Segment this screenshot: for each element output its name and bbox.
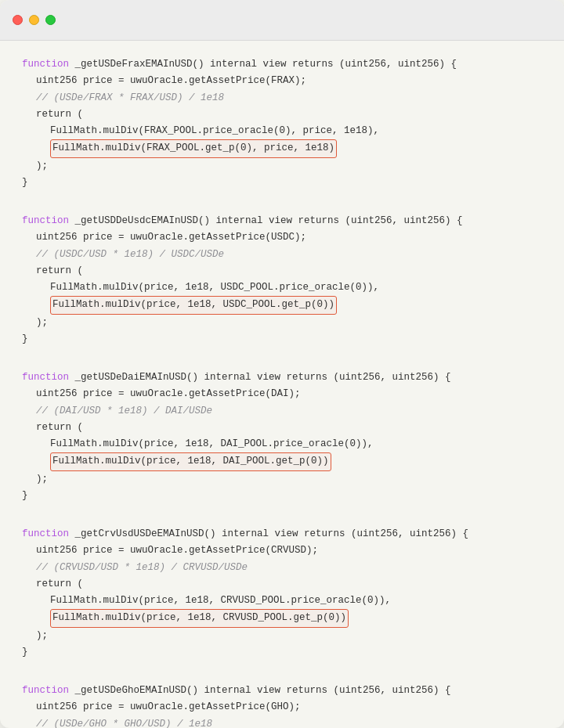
code-block-usdc: function _getUSDDeUsdcEMAInUSD() interna…	[22, 213, 542, 348]
line: uint256 price = uwuOracle.getAssetPrice(…	[22, 699, 542, 715]
line: // (CRVUSD/USD * 1e18) / CRVUSD/USDe	[22, 560, 542, 576]
line: );	[22, 315, 542, 331]
line: FullMath.mulDiv(price, 1e18, CRVUSD_POOL…	[22, 593, 542, 609]
code-block-crvusd: function _getCrvUsdUSDeEMAInUSD() intern…	[22, 526, 542, 661]
line: );	[22, 471, 542, 488]
line: function _getUSDeGhoEMAInUSD() internal …	[22, 683, 542, 699]
line: FullMath.mulDiv(price, 1e18, USDC_POOL.p…	[22, 279, 542, 296]
line: }	[22, 331, 542, 348]
highlighted-line-crvusd: FullMath.mulDiv(price, 1e18, CRVUSD_POOL…	[22, 609, 542, 627]
line: // (DAI/USD * 1e18) / DAI/USDe	[22, 403, 542, 420]
highlighted-line-usdc: FullMath.mulDiv(price, 1e18, USDC_POOL.g…	[22, 296, 542, 314]
line: function _getUSDeDaiEMAInUSD() internal …	[22, 369, 542, 386]
line: }	[22, 175, 542, 191]
highlighted-line-dai: FullMath.mulDiv(price, 1e18, DAI_POOL.ge…	[22, 452, 542, 470]
line: uint256 price = uwuOracle.getAssetPrice(…	[22, 73, 542, 89]
line: FullMath.mulDiv(price, 1e18, DAI_POOL.pr…	[22, 436, 542, 452]
close-button[interactable]	[13, 15, 23, 25]
line: // (USDC/USD * 1e18) / USDC/USDe	[22, 247, 542, 263]
line: // (USDe/FRAX * FRAX/USD) / 1e18	[22, 90, 542, 106]
line: return (	[22, 420, 542, 436]
line: function _getUSDeFraxEMAInUSD() internal…	[22, 56, 542, 73]
line: function _getUSDDeUsdcEMAInUSD() interna…	[22, 213, 542, 229]
line: return (	[22, 263, 542, 279]
title-bar	[0, 0, 564, 41]
minimize-button[interactable]	[29, 15, 39, 25]
window: function _getUSDeFraxEMAInUSD() internal…	[0, 0, 564, 728]
maximize-button[interactable]	[45, 15, 56, 25]
code-block-gho: function _getUSDeGhoEMAInUSD() internal …	[22, 683, 542, 728]
line: uint256 price = uwuOracle.getAssetPrice(…	[22, 542, 542, 559]
line: uint256 price = uwuOracle.getAssetPrice(…	[22, 386, 542, 402]
code-block-frax: function _getUSDeFraxEMAInUSD() internal…	[22, 56, 542, 191]
line: }	[22, 644, 542, 661]
line: FullMath.mulDiv(FRAX_POOL.price_oracle(0…	[22, 123, 542, 139]
line: uint256 price = uwuOracle.getAssetPrice(…	[22, 229, 542, 246]
line: );	[22, 158, 542, 175]
line: );	[22, 628, 542, 644]
traffic-lights	[13, 15, 56, 25]
line: return (	[22, 106, 542, 123]
code-block-dai: function _getUSDeDaiEMAInUSD() internal …	[22, 369, 542, 504]
highlighted-line-frax: FullMath.mulDiv(FRAX_POOL.get_p(0), pric…	[22, 139, 542, 157]
code-area: function _getUSDeFraxEMAInUSD() internal…	[0, 41, 564, 728]
line: }	[22, 488, 542, 504]
line: // (USDe/GHO * GHO/USD) / 1e18	[22, 716, 542, 729]
line: return (	[22, 576, 542, 593]
line: function _getCrvUsdUSDeEMAInUSD() intern…	[22, 526, 542, 542]
